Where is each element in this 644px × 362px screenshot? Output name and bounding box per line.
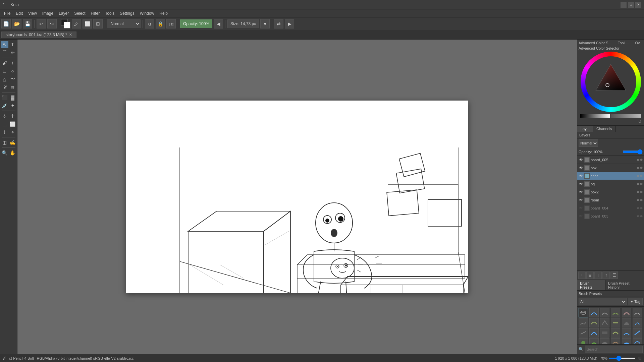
menu-settings[interactable]: Settings: [117, 10, 137, 16]
channels-tab[interactable]: Channels: [593, 126, 615, 132]
size-down-button[interactable]: ▼: [260, 19, 270, 28]
eraser-button[interactable]: ⬜: [83, 19, 92, 28]
layer-vis-box[interactable]: 👁: [579, 166, 583, 170]
fill-tool-button[interactable]: ⬛: [1, 94, 8, 101]
layer-down-button[interactable]: ↓: [594, 272, 602, 279]
brush-item-3[interactable]: [600, 308, 609, 317]
redo-button[interactable]: ↪: [47, 19, 57, 28]
rect-tool-button[interactable]: □: [1, 67, 8, 75]
minimize-button[interactable]: —: [621, 2, 627, 8]
menu-file[interactable]: File: [1, 10, 13, 16]
freehand-tool-button[interactable]: 〜: [9, 75, 16, 83]
brush-item-12[interactable]: [633, 318, 642, 327]
brush-item-17[interactable]: [622, 328, 631, 338]
brush-search-input[interactable]: [585, 346, 643, 353]
save-button[interactable]: 💾: [23, 19, 32, 28]
document-tab[interactable]: storyboards_001.kra (123,3 MiB) * ✕: [1, 32, 76, 38]
crop-tool-button[interactable]: ⬚: [1, 120, 8, 128]
brush-item-22[interactable]: [611, 338, 620, 344]
blend-mode-select[interactable]: Normal: [107, 19, 141, 28]
gray-bar[interactable]: [611, 114, 642, 118]
layer-opacity-slider[interactable]: [623, 149, 643, 155]
close-button[interactable]: ✕: [635, 2, 641, 8]
layer-item-board005[interactable]: 👁 board_005 α ⊕: [577, 156, 644, 164]
menu-window[interactable]: Window: [137, 10, 157, 16]
color-wheel-container[interactable]: [581, 52, 641, 112]
brush-item-7[interactable]: [579, 318, 588, 327]
assistant-tool-button[interactable]: ⌖: [9, 128, 16, 136]
inherit-alpha-button[interactable]: ↓α: [166, 19, 176, 28]
opacity-down-button[interactable]: ◀: [214, 19, 223, 28]
canvas-area[interactable]: Box ♩: [17, 40, 577, 354]
brush-item-16[interactable]: [611, 328, 620, 338]
menu-image[interactable]: Image: [40, 10, 56, 16]
layer-vis-char[interactable]: 👁: [579, 174, 583, 178]
move-tool-button[interactable]: ✛: [9, 112, 16, 120]
add-group-button[interactable]: ⊞: [586, 272, 594, 279]
brush-select-button[interactable]: ✏: [9, 49, 16, 56]
color-refresh-btn[interactable]: ↺: [579, 119, 643, 124]
brush-item-13[interactable]: [579, 328, 588, 338]
layer-item-board003[interactable]: 👁 board_003 α ⊕: [577, 212, 644, 220]
layer-item-box2[interactable]: 👁 box2 α ⊕: [577, 188, 644, 196]
new-button[interactable]: 📄: [1, 19, 11, 28]
brush-item-19[interactable]: [579, 338, 588, 344]
dynamic-brush-button[interactable]: ≋: [9, 83, 16, 91]
freehand-select-button[interactable]: ⌒: [1, 49, 8, 56]
layer-select-button[interactable]: ◫: [1, 139, 8, 146]
color-picker-button[interactable]: 💉: [1, 102, 8, 109]
hue-ring[interactable]: [581, 52, 641, 112]
brush-item-8[interactable]: [589, 318, 599, 327]
layer-vis-board004[interactable]: 👁: [579, 206, 583, 210]
menu-filter[interactable]: Filter: [88, 10, 103, 16]
preserve-alpha-button[interactable]: α: [145, 19, 154, 28]
brush-item-21[interactable]: [600, 338, 609, 344]
layer-up-button[interactable]: ↑: [602, 272, 610, 279]
gradient-tool-button[interactable]: ▓: [9, 94, 16, 101]
color-triangle[interactable]: [591, 62, 630, 101]
mirror-h-button[interactable]: ⇄: [274, 19, 283, 28]
layer-vis-box2[interactable]: 👁: [579, 190, 583, 194]
zoom-tool-button[interactable]: 🔍: [1, 149, 8, 157]
brush-item-10[interactable]: [611, 318, 620, 327]
menu-layer[interactable]: Layer: [56, 10, 71, 16]
layer-blend-select[interactable]: Normal: [579, 139, 598, 147]
transform-tool-button[interactable]: ⊹: [1, 112, 8, 120]
polygon-tool-button[interactable]: △: [1, 75, 8, 83]
add-layer-button[interactable]: +: [578, 272, 586, 279]
brush-tag-button[interactable]: ✦ Tag: [628, 298, 643, 305]
brush-presets-tab[interactable]: Brush Presets: [577, 280, 605, 290]
brush-item-18[interactable]: [633, 328, 642, 338]
brush-item-4[interactable]: [611, 308, 620, 317]
fit-button[interactable]: ⊞: [638, 356, 641, 360]
menu-help[interactable]: Help: [157, 10, 170, 16]
layer-item-char[interactable]: 👁 char α ⊕: [577, 172, 644, 180]
layer-menu-button[interactable]: ☰: [610, 272, 618, 279]
paint-brush-button[interactable]: 🖌: [1, 59, 8, 67]
brush-item-20[interactable]: [589, 338, 599, 344]
layer-vis-board005[interactable]: 👁: [579, 158, 583, 162]
lock-alpha-button[interactable]: 🔒: [156, 19, 165, 28]
play-button[interactable]: ▶: [285, 19, 294, 28]
annotation-button[interactable]: ✍: [9, 139, 16, 146]
layer-vis-bg[interactable]: 👁: [579, 182, 583, 186]
brush-item-6[interactable]: [633, 308, 642, 317]
layer-item-box[interactable]: 👁 box α ⊕: [577, 164, 644, 172]
menu-tools[interactable]: Tools: [102, 10, 117, 16]
brush-item-5[interactable]: [622, 308, 631, 317]
layer-item-room[interactable]: 👁 room α ⊕: [577, 196, 644, 204]
menu-view[interactable]: View: [25, 10, 40, 16]
calligraphy-button[interactable]: 𝒞: [1, 83, 8, 91]
line-tool-button[interactable]: /: [9, 59, 16, 67]
menu-select[interactable]: Select: [71, 10, 88, 16]
size-display[interactable]: Size: 14,73 px: [227, 19, 259, 28]
document-close-button[interactable]: ✕: [69, 33, 72, 37]
layer-item-board004[interactable]: 👁 board_004 α ⊕: [577, 204, 644, 212]
opacity-display[interactable]: Opacity: 100%: [180, 19, 212, 28]
brush-item-14[interactable]: [589, 328, 599, 338]
layer-vis-board003[interactable]: 👁: [579, 214, 583, 219]
black-bar[interactable]: [580, 114, 610, 118]
zoom-slider[interactable]: [609, 358, 636, 359]
color-swatches[interactable]: [61, 19, 70, 28]
brush-tool-button[interactable]: 🖊: [72, 19, 81, 28]
